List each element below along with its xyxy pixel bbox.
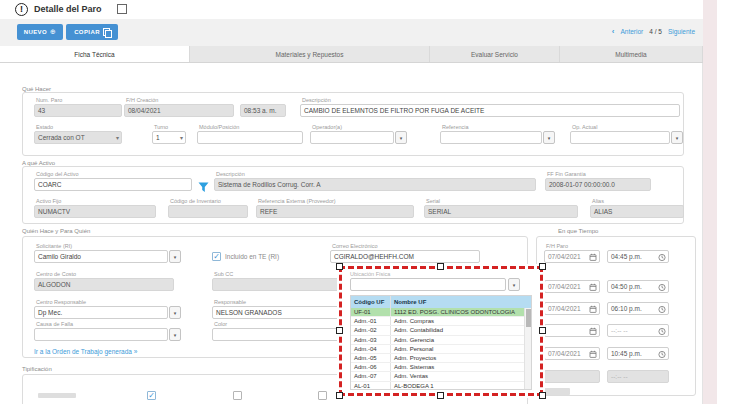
tiempo-row3-time-field[interactable]: 06:10 p.m. xyxy=(607,302,669,315)
selection-handle[interactable] xyxy=(336,327,343,334)
uf-table-row[interactable]: UF-01 1112 ED. POSG. CLINICOS ODONTOLOGI… xyxy=(351,308,531,317)
tipificacion-checkbox-2[interactable]: ✓ xyxy=(233,391,242,400)
next-link[interactable]: Siguiente xyxy=(668,28,695,35)
fh-paro-time-value: 04:45 p.m. xyxy=(611,253,642,260)
filter-funnel-icon[interactable] xyxy=(198,179,209,197)
tiempo-row2-time-field[interactable]: 04:50 p.m. xyxy=(607,280,669,293)
uf-table-row[interactable]: Adm.-01 Adm. Compras xyxy=(351,317,531,326)
op-actual-combo-button[interactable]: ▾ xyxy=(671,131,683,144)
calendar-icon[interactable] xyxy=(589,327,597,337)
num-paro-field[interactable]: 43 xyxy=(34,104,122,117)
clock-icon[interactable] xyxy=(658,253,666,263)
referencia-field[interactable] xyxy=(440,131,542,144)
centro-responsable-combo-button[interactable]: ▾ xyxy=(169,306,181,319)
descripcion-paro-field[interactable]: CAMBIO DE ELEMNTOS DE FILTRO POR FUGA DE… xyxy=(300,104,680,117)
selection-handle[interactable] xyxy=(539,327,546,334)
cropped-text xyxy=(38,393,76,398)
tiempo-row4-time-field[interactable]: --:-- -- xyxy=(607,324,669,337)
operador-field[interactable] xyxy=(310,131,394,144)
ubicacion-fisica-combo-button[interactable]: ▾ xyxy=(508,278,520,291)
uf-name-cell: Adm. Proyectos xyxy=(391,354,531,362)
tab-materiales-repuestos[interactable]: Materiales y Repuestos xyxy=(190,46,430,62)
uf-table-row[interactable]: Adm.-06 Adm. Sistemas xyxy=(351,363,531,372)
ubicacion-fisica-input[interactable] xyxy=(350,278,506,291)
tiempo-row4-date-field[interactable] xyxy=(544,324,600,337)
selection-handle[interactable] xyxy=(336,392,343,399)
clock-icon[interactable] xyxy=(658,283,666,293)
causa-falla-field[interactable] xyxy=(34,328,168,341)
tiempo-row5-date-field[interactable]: 07/04/2021 xyxy=(544,347,600,360)
chevron-left-icon[interactable]: ‹ xyxy=(612,27,615,36)
causa-falla-label: Causa de Falla xyxy=(36,321,73,327)
alias-field[interactable]: ALIAS xyxy=(590,205,684,218)
plus-circle-icon: ⊕ xyxy=(50,28,56,36)
tiempo-row3-date-field[interactable]: 07/04/2021 xyxy=(544,302,600,315)
ff-fin-garantia-field[interactable]: 2008-01-07 00:00:00.0 xyxy=(545,178,651,191)
previous-link[interactable]: Anterior xyxy=(620,28,643,35)
tipificacion-checkbox-3[interactable]: ✓ xyxy=(318,391,327,400)
uf-table-row[interactable]: Adm.-02 Adm. Contabilidad xyxy=(351,326,531,335)
new-button[interactable]: NUEVO ⊕ xyxy=(17,24,63,40)
tiempo-row2-date-value: 07/04/2021 xyxy=(548,283,581,290)
modulo-posicion-field[interactable] xyxy=(197,131,303,144)
responsable-field[interactable]: NELSON GRANADOS xyxy=(212,306,340,319)
fh-creacion-field[interactable]: 08/04/2021 xyxy=(124,104,234,117)
tiempo-row6-time-field: --:-- -- xyxy=(607,370,669,383)
serial-field[interactable]: SERIAL xyxy=(424,205,578,218)
turno-select[interactable]: 1 xyxy=(152,131,186,144)
calendar-icon[interactable] xyxy=(589,283,597,293)
solicitante-combo-button[interactable]: ▾ xyxy=(169,250,181,263)
descripcion-activo-field[interactable]: Sistema de Rodillos Corrug. Corr. A xyxy=(214,178,536,191)
uf-scrollbar-thumb[interactable] xyxy=(526,309,531,327)
uf-table-row[interactable]: Adm.-05 Adm. Proyectos xyxy=(351,354,531,363)
fh-paro-time-field[interactable]: 04:45 p.m. xyxy=(607,250,669,263)
referencia-externa-field[interactable]: REFE xyxy=(256,205,414,218)
codigo-inventario-field[interactable] xyxy=(168,205,248,218)
selection-handle[interactable] xyxy=(336,263,343,270)
clock-icon[interactable] xyxy=(658,305,666,315)
sub-cc-field[interactable] xyxy=(212,278,352,291)
op-actual-field[interactable] xyxy=(570,131,670,144)
uf-scrollbar[interactable] xyxy=(524,308,531,389)
uf-table-row[interactable]: AL-01 AL-BODEGA 1 xyxy=(351,382,531,391)
tab-ficha-tecnica[interactable]: Ficha Técnica xyxy=(0,46,190,62)
page-counter: 4 / 5 xyxy=(649,28,662,35)
selection-handle[interactable] xyxy=(539,392,546,399)
incluido-te-checkbox[interactable]: ✓ xyxy=(212,252,221,261)
causa-falla-combo-button[interactable]: ▾ xyxy=(169,328,181,341)
selection-handle[interactable] xyxy=(437,263,444,270)
activo-fijo-field[interactable]: NUMACTV xyxy=(34,205,156,218)
copy-button[interactable]: COPIAR xyxy=(66,24,118,40)
correo-field[interactable]: CGIRALDO@HEHFH.COM xyxy=(330,250,480,263)
selection-annotation[interactable]: Ubicación Física ▾ Código UF Nombre UF U… xyxy=(339,266,543,396)
selection-handle[interactable] xyxy=(437,392,444,399)
referencia-combo-button[interactable]: ▾ xyxy=(543,131,555,144)
fh-paro-date-field[interactable]: 07/04/2021 xyxy=(544,250,600,263)
tab-evaluar-servicio[interactable]: Evaluar Servicio xyxy=(430,46,560,62)
calendar-icon[interactable] xyxy=(589,305,597,315)
orden-trabajo-link[interactable]: Ir a la Orden de Trabajo generada » xyxy=(34,348,137,355)
calendar-icon[interactable] xyxy=(589,350,597,360)
clock-icon[interactable] xyxy=(658,327,666,337)
fh-paro-date-value: 07/04/2021 xyxy=(548,253,581,260)
solicitante-field[interactable]: Camilo Giraldo xyxy=(34,250,168,263)
selection-handle[interactable] xyxy=(539,263,546,270)
centro-responsable-field[interactable]: Dp Mec. xyxy=(34,306,168,319)
tipificacion-checkbox-1[interactable]: ✓ xyxy=(147,391,156,400)
title-checkbox[interactable] xyxy=(117,4,127,14)
clock-icon[interactable] xyxy=(658,350,666,360)
uf-table-row[interactable]: Adm.-03 Adm. Gerencia xyxy=(351,336,531,345)
color-field[interactable] xyxy=(212,328,352,341)
tiempo-row5-time-field[interactable]: 10:45 p.m. xyxy=(607,347,669,360)
uf-table-row[interactable]: Adm.-07 Adm. Ventas xyxy=(351,372,531,381)
calendar-icon[interactable] xyxy=(589,253,597,263)
centro-costo-field[interactable]: ALGODON xyxy=(34,278,174,291)
codigo-activo-field[interactable]: COARC xyxy=(34,178,192,191)
tab-multimedia[interactable]: Multimedia xyxy=(560,46,703,62)
estado-select[interactable]: Cerrada con OT xyxy=(34,131,122,144)
hora-creacion-field[interactable]: 08:53 a. m. xyxy=(240,104,286,117)
operador-combo-button[interactable]: ▾ xyxy=(395,131,407,144)
solicitante-label: Solicitante (RI) xyxy=(36,243,72,249)
uf-table-row[interactable]: Adm.-04 Adm. Personal xyxy=(351,345,531,354)
tiempo-row2-date-field[interactable]: 07/04/2021 xyxy=(544,280,600,293)
